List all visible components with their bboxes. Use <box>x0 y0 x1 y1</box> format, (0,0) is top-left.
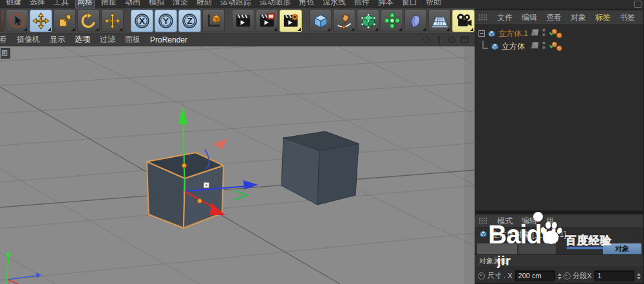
expand-toggle-icon[interactable] <box>478 30 485 37</box>
scale-y-handle <box>182 164 187 168</box>
viewport-menu-item-6[interactable]: ProRender <box>150 35 187 44</box>
render-view-button[interactable] <box>232 10 254 32</box>
scale-button[interactable] <box>53 10 76 32</box>
lock-z-button[interactable]: Z <box>178 10 201 32</box>
menubar-item-6[interactable]: 模拟 <box>147 0 166 8</box>
cube-object-icon <box>490 42 500 51</box>
stepper-arrows-icon[interactable] <box>637 273 641 279</box>
menubar-item-15[interactable]: 窗口 <box>401 0 419 8</box>
object-manager-menubar: 文件编辑查看对象标签书签 <box>475 10 643 25</box>
object-row-0[interactable]: 立方体.1 <box>475 27 643 40</box>
right-panel: 文件编辑查看对象标签书签 立方体.1立方体 模式编辑用 立方体对象 [立方体.1… <box>475 10 644 284</box>
property-input[interactable]: 200 cm <box>515 270 555 281</box>
menubar-item-3[interactable]: 网格 <box>76 0 94 8</box>
object-tree: 立方体.1立方体 <box>475 25 643 53</box>
attribute-menu-item-1[interactable]: 编辑 <box>522 216 537 227</box>
undo-partial-button[interactable] <box>0 10 5 32</box>
scene-canvas[interactable] <box>0 46 475 284</box>
panel-grip-icon[interactable] <box>478 14 488 22</box>
add-cube-button[interactable] <box>309 10 332 32</box>
camera-button[interactable] <box>452 10 475 32</box>
viewport-menu-item-1[interactable]: 摄像机 <box>17 34 40 45</box>
move-button[interactable] <box>30 10 52 32</box>
layer-box-icon[interactable] <box>531 29 539 36</box>
menubar-item-1[interactable]: 选择 <box>28 0 46 8</box>
visibility-dots-icon[interactable] <box>542 28 546 37</box>
keyframe-circle-icon[interactable] <box>478 272 485 279</box>
menubar-item-9[interactable]: 运动跟踪 <box>219 0 252 8</box>
object-manager-menu-item-5[interactable]: 书签 <box>620 12 635 23</box>
render-settings-button[interactable] <box>279 10 302 32</box>
tab-hidden-1[interactable] <box>477 243 517 254</box>
viewport-menu-item-0[interactable]: 看 <box>0 34 7 45</box>
viewport-3d[interactable]: 图 <box>0 46 475 284</box>
layout-toggle-icon[interactable] <box>634 1 641 8</box>
menubar-item-14[interactable]: 脚本 <box>377 0 395 8</box>
viewport-menu-item-5[interactable]: 面板 <box>125 34 140 45</box>
object-manager-menu-item-1[interactable]: 编辑 <box>522 12 537 23</box>
menubar-item-2[interactable]: 工具 <box>52 0 70 8</box>
floor-button[interactable] <box>428 10 451 32</box>
viewport-menu-item-3[interactable]: 选项 <box>75 34 90 45</box>
object-manager-menu-item-3[interactable]: 对象 <box>571 12 586 23</box>
dolly-icon[interactable] <box>434 35 444 44</box>
viewport-menu-item-2[interactable]: 显示 <box>50 34 65 45</box>
tab-hidden-2[interactable] <box>518 243 556 254</box>
object-name[interactable]: 立方体.1 <box>498 28 528 39</box>
live-selection-button[interactable] <box>6 10 28 32</box>
rotate-view-icon[interactable] <box>447 35 457 44</box>
menubar-item-13[interactable]: 插件 <box>353 0 371 8</box>
subdivision-surface-button[interactable] <box>357 10 379 32</box>
rotate-button[interactable] <box>77 10 100 32</box>
attribute-section-header[interactable]: 对象属性 <box>475 255 643 267</box>
object-row-1[interactable]: 立方体 <box>475 40 643 53</box>
cinema4d-window: 创建选择工具网格捕捉动画模拟渲染雕刻运动跟踪运动图形角色流水线插件脚本窗口帮助 … <box>0 0 644 284</box>
lock-y-button[interactable]: Y <box>155 10 177 32</box>
pan-icon[interactable] <box>421 35 431 44</box>
tab-object[interactable]: 对象 <box>603 243 641 254</box>
viewport-edge-shade <box>464 46 475 284</box>
menubar-item-4[interactable]: 捕捉 <box>100 0 118 8</box>
section-label: 对象属性 <box>479 256 507 266</box>
layer-box-icon[interactable] <box>531 42 539 49</box>
menubar-item-7[interactable]: 渲染 <box>171 0 189 8</box>
object-manager-menu-item-4[interactable]: 标签 <box>595 12 611 23</box>
menubar-item-0[interactable]: 创建 <box>5 0 23 8</box>
object-manager: 文件编辑查看对象标签书签 立方体.1立方体 <box>475 10 644 211</box>
svg-text:Y: Y <box>163 16 169 26</box>
object-name[interactable]: 立方体 <box>502 41 525 52</box>
cube-object-icon <box>478 229 488 241</box>
menubar-item-10[interactable]: 运动图形 <box>258 0 292 8</box>
object-manager-menu-item-2[interactable]: 查看 <box>546 12 562 23</box>
main-menubar: 创建选择工具网格捕捉动画模拟渲染雕刻运动跟踪运动图形角色流水线插件脚本窗口帮助 <box>0 0 644 8</box>
menubar-item-11[interactable]: 角色 <box>298 0 316 8</box>
keyframe-circle-icon[interactable] <box>564 272 571 279</box>
maximize-view-icon[interactable] <box>460 35 469 44</box>
menubar-item-8[interactable]: 雕刻 <box>195 0 213 8</box>
render-picture-viewer-button[interactable] <box>256 10 278 32</box>
viewport-menu-item-4[interactable]: 过滤 <box>100 34 115 45</box>
menubar-item-12[interactable]: 流水线 <box>321 0 347 8</box>
menubar-item-5[interactable]: 动画 <box>124 0 142 8</box>
menubar-item-16[interactable]: 帮助 <box>424 0 442 8</box>
object-manager-menu-item-0[interactable]: 文件 <box>497 12 513 23</box>
phong-tag-icon[interactable] <box>551 41 563 55</box>
property-input[interactable]: 1 <box>594 270 634 281</box>
deformer-bend-button[interactable] <box>404 10 427 32</box>
lock-x-button[interactable]: X <box>131 10 153 32</box>
pen-spline-button[interactable] <box>333 10 355 32</box>
panel-grip-icon[interactable] <box>478 217 488 225</box>
coordinate-system-button[interactable] <box>202 10 225 32</box>
property-1: 分段X1 <box>564 270 641 281</box>
viewport-label: 图 <box>1 48 10 59</box>
last-tool-move-button[interactable] <box>101 10 124 32</box>
visibility-dots-icon[interactable] <box>542 41 546 50</box>
property-label: 分段X <box>573 271 592 281</box>
attribute-menu-item-2[interactable]: 用 <box>546 216 554 227</box>
attribute-menu-item-0[interactable]: 模式 <box>497 216 513 227</box>
attribute-title: 立方体对象 [立方体.1] <box>491 229 566 240</box>
attribute-title-row: 立方体对象 [立方体.1] <box>475 228 643 241</box>
stepper-arrows-icon[interactable] <box>558 273 562 279</box>
mograph-cloner-button[interactable] <box>381 10 403 32</box>
property-0: 尺寸 . X200 cm <box>478 270 562 281</box>
